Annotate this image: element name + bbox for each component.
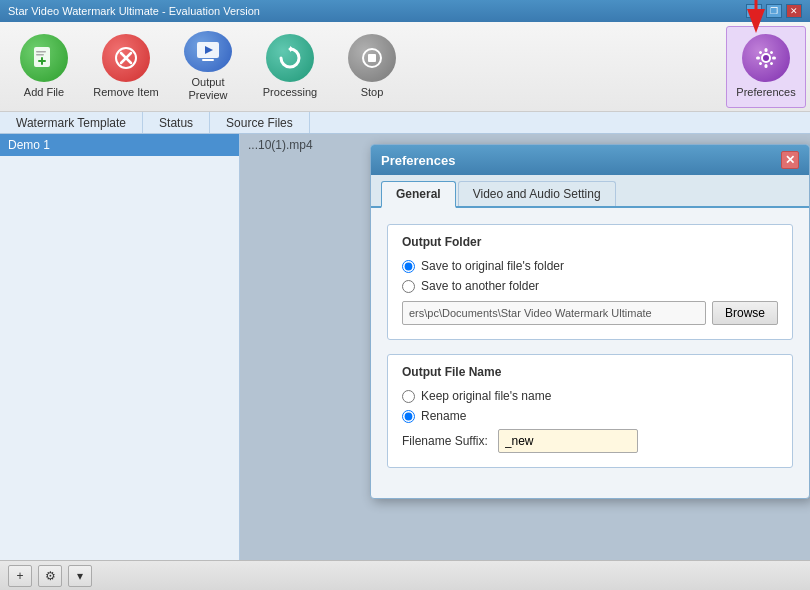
title-bar: Star Video Watermark Ultimate - Evaluati… bbox=[0, 0, 810, 22]
processing-button[interactable]: Processing bbox=[250, 26, 330, 108]
preferences-icon bbox=[742, 34, 790, 82]
add-button[interactable]: + bbox=[8, 565, 32, 587]
preferences-label: Preferences bbox=[736, 86, 795, 99]
output-filename-label: Output File Name bbox=[402, 365, 778, 379]
preferences-button[interactable]: Preferences bbox=[726, 26, 806, 108]
modal-tab-video-audio[interactable]: Video and Audio Setting bbox=[458, 181, 616, 206]
save-original-row: Save to original file's folder bbox=[402, 259, 778, 273]
svg-rect-13 bbox=[368, 54, 376, 62]
svg-rect-17 bbox=[765, 64, 768, 68]
suffix-row: Filename Suffix: bbox=[402, 429, 778, 453]
save-original-label[interactable]: Save to original file's folder bbox=[421, 259, 564, 273]
bottom-bar: + ⚙ ▾ bbox=[0, 560, 810, 590]
modal-close-button[interactable]: ✕ bbox=[781, 151, 799, 169]
svg-rect-3 bbox=[36, 51, 46, 53]
rename-row: Rename bbox=[402, 409, 778, 423]
svg-rect-16 bbox=[765, 48, 768, 52]
suffix-input[interactable] bbox=[498, 429, 638, 453]
remove-item-icon bbox=[102, 34, 150, 82]
processing-label: Processing bbox=[263, 86, 317, 99]
minimize-button[interactable]: — bbox=[746, 4, 762, 18]
add-file-label: Add File bbox=[24, 86, 64, 99]
tabs-row: Watermark Template Status Source Files bbox=[0, 112, 810, 134]
dropdown-button[interactable]: ▾ bbox=[68, 565, 92, 587]
rename-label[interactable]: Rename bbox=[421, 409, 466, 423]
rename-radio[interactable] bbox=[402, 410, 415, 423]
content-area: ...10(1).mp4 Preferences ✕ General Video… bbox=[240, 134, 810, 560]
modal-tabs: General Video and Audio Setting bbox=[371, 175, 809, 208]
browse-button[interactable]: Browse bbox=[712, 301, 778, 325]
add-file-button[interactable]: Add File bbox=[4, 26, 84, 108]
modal-titlebar: Preferences ✕ bbox=[371, 145, 809, 175]
svg-rect-19 bbox=[772, 56, 776, 59]
svg-rect-20 bbox=[758, 50, 762, 54]
svg-rect-10 bbox=[202, 59, 214, 61]
restore-button[interactable]: ❐ bbox=[766, 4, 782, 18]
svg-rect-23 bbox=[758, 61, 762, 65]
path-row: Browse bbox=[402, 301, 778, 325]
stop-button[interactable]: Stop bbox=[332, 26, 412, 108]
svg-rect-4 bbox=[36, 54, 44, 56]
output-preview-button[interactable]: Output Preview bbox=[168, 26, 248, 108]
main-area: Demo 1 ...10(1).mp4 Preferences ✕ Genera… bbox=[0, 134, 810, 560]
svg-rect-21 bbox=[769, 61, 773, 65]
tab-watermark-template[interactable]: Watermark Template bbox=[0, 112, 143, 133]
modal-body: Output Folder Save to original file's fo… bbox=[371, 208, 809, 498]
svg-rect-22 bbox=[769, 50, 773, 54]
keep-original-radio[interactable] bbox=[402, 390, 415, 403]
remove-item-label: Remove Item bbox=[93, 86, 158, 99]
output-filename-section: Output File Name Keep original file's na… bbox=[387, 354, 793, 468]
file-list-item[interactable]: Demo 1 bbox=[0, 134, 239, 156]
svg-rect-18 bbox=[756, 56, 760, 59]
tab-status[interactable]: Status bbox=[143, 112, 210, 133]
settings-button[interactable]: ⚙ bbox=[38, 565, 62, 587]
output-preview-label: Output Preview bbox=[173, 76, 243, 102]
save-original-radio[interactable] bbox=[402, 260, 415, 273]
tab-source-files[interactable]: Source Files bbox=[210, 112, 310, 133]
add-file-icon bbox=[20, 34, 68, 82]
stop-icon bbox=[348, 34, 396, 82]
processing-icon bbox=[266, 34, 314, 82]
suffix-label: Filename Suffix: bbox=[402, 434, 488, 448]
toolbar: Add File Remove Item Output Preview bbox=[0, 22, 810, 112]
preferences-modal: Preferences ✕ General Video and Audio Se… bbox=[370, 144, 810, 499]
file-list-panel: Demo 1 bbox=[0, 134, 240, 560]
save-another-radio[interactable] bbox=[402, 280, 415, 293]
svg-rect-2 bbox=[41, 57, 43, 65]
remove-item-button[interactable]: Remove Item bbox=[86, 26, 166, 108]
close-button[interactable]: ✕ bbox=[786, 4, 802, 18]
path-input[interactable] bbox=[402, 301, 706, 325]
modal-title: Preferences bbox=[381, 153, 455, 168]
preferences-modal-overlay: Preferences ✕ General Video and Audio Se… bbox=[240, 134, 810, 560]
output-preview-icon bbox=[184, 31, 232, 73]
keep-original-row: Keep original file's name bbox=[402, 389, 778, 403]
output-folder-section: Output Folder Save to original file's fo… bbox=[387, 224, 793, 340]
svg-point-15 bbox=[763, 55, 769, 61]
output-folder-label: Output Folder bbox=[402, 235, 778, 249]
keep-original-label[interactable]: Keep original file's name bbox=[421, 389, 551, 403]
save-another-label[interactable]: Save to another folder bbox=[421, 279, 539, 293]
save-another-row: Save to another folder bbox=[402, 279, 778, 293]
app-title: Star Video Watermark Ultimate - Evaluati… bbox=[8, 5, 260, 17]
modal-tab-general[interactable]: General bbox=[381, 181, 456, 208]
window-controls: — ❐ ✕ bbox=[746, 4, 802, 18]
stop-label: Stop bbox=[361, 86, 384, 99]
